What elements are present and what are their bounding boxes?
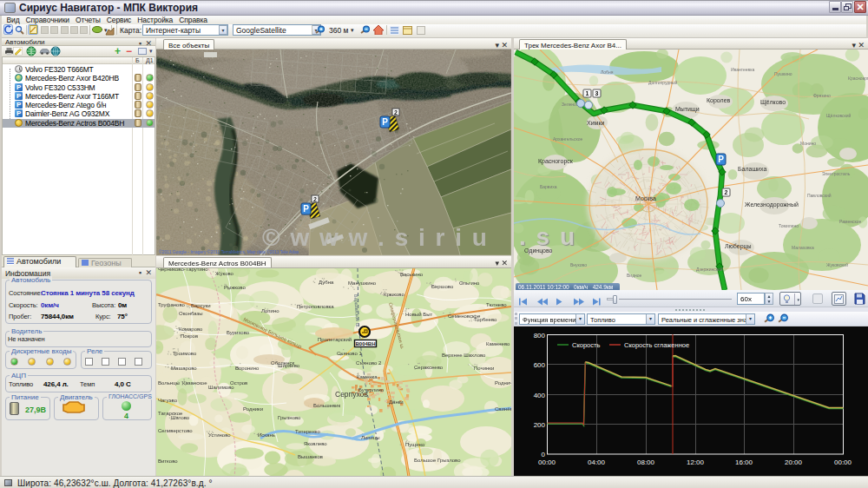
svg-text:Видное: Видное — [627, 273, 642, 278]
svg-text:Пущино: Пущино — [405, 442, 425, 447]
svg-text:Бурихово: Бурихово — [227, 330, 250, 335]
svg-text:Черниково-Тарутино: Черниково-Тарутино — [158, 268, 208, 272]
svg-text:00:00: 00:00 — [538, 458, 556, 466]
svg-text:Пролетарский: Пролетарский — [318, 337, 352, 342]
svg-text:Внуково: Внуково — [570, 262, 587, 267]
svg-text:2: 2 — [725, 189, 728, 195]
svg-text:Починки: Починки — [474, 366, 494, 371]
svg-text:Тютнево: Тютнево — [486, 302, 507, 307]
svg-text:Устиново: Устиново — [208, 432, 231, 438]
svg-text:Жуковский: Жуковский — [826, 262, 848, 267]
svg-text:Барвиха: Барвиха — [540, 184, 557, 189]
svg-text:Рыжково: Рыжково — [224, 285, 246, 290]
svg-text:Свинёво: Свинёво — [495, 406, 511, 412]
svg-text:Липицы: Липицы — [361, 435, 380, 440]
svg-text:Фрязино: Фрязино — [813, 93, 831, 98]
svg-text:Томилино: Томилино — [779, 223, 799, 228]
svg-text:2: 2 — [313, 196, 317, 202]
svg-text:В004ВН: В004ВН — [355, 341, 375, 346]
svg-text:20:00: 20:00 — [785, 458, 803, 466]
svg-text:1: 1 — [586, 90, 589, 96]
svg-text:Ширяево: Ширяево — [278, 363, 300, 368]
svg-text:Балашиха: Балашиха — [738, 166, 766, 172]
svg-text:Пушкино: Пушкино — [774, 71, 792, 76]
svg-text:Вышанков: Вышанков — [298, 454, 323, 459]
svg-text:0: 0 — [542, 451, 546, 458]
svg-text:3: 3 — [595, 90, 599, 96]
svg-text:Витково: Витково — [158, 458, 178, 464]
svg-text:Машарово: Машарово — [171, 366, 197, 371]
svg-text:Родники: Родники — [243, 406, 263, 412]
svg-text:Малаховка: Малаховка — [792, 245, 814, 250]
svg-text:Труфаново: Труфаново — [158, 302, 186, 307]
svg-text:Титеренко: Титеренко — [295, 429, 320, 434]
svg-text:Селиверстово: Селиверстово — [158, 428, 193, 433]
svg-text:2: 2 — [394, 109, 398, 115]
svg-text:Мытищи: Мытищи — [675, 106, 700, 113]
svg-text:Крюково: Крюково — [384, 292, 404, 297]
svg-text:Скорость сглаженное: Скорость сглаженное — [624, 341, 689, 349]
svg-text:Большое Грызлово: Большое Грызлово — [414, 458, 461, 463]
svg-text:600: 600 — [534, 361, 546, 369]
svg-text:Яковлево: Яковлево — [304, 441, 327, 446]
svg-text:Москва: Москва — [635, 195, 656, 201]
svg-text:Лобня: Лобня — [601, 69, 614, 75]
svg-text:Щёлковский: Щёлковский — [826, 113, 851, 118]
svg-text:Комарово: Комарово — [179, 326, 203, 332]
svg-text:Съяново 2: Съяново 2 — [356, 360, 382, 366]
svg-text:Монино: Монино — [800, 141, 816, 146]
svg-text:Электросталь: Электросталь — [822, 171, 851, 176]
svg-text:Щёлково: Щёлково — [760, 99, 786, 106]
svg-text:Петроповловка: Петроповловка — [297, 304, 334, 309]
svg-text:Вольнцы: Вольнцы — [158, 380, 180, 386]
svg-text:Люберцы: Люберцы — [725, 243, 752, 250]
svg-text:Каменево: Каменево — [486, 341, 510, 346]
svg-text:Грызново: Грызново — [278, 415, 301, 420]
svg-text:Химки: Химки — [587, 120, 604, 126]
svg-text:200: 200 — [534, 421, 546, 429]
svg-text:P: P — [382, 117, 388, 127]
svg-text:Покров: Покров — [181, 333, 198, 339]
svg-text:Большевик: Большевик — [313, 403, 340, 408]
svg-text:Лопино: Лопино — [261, 308, 279, 313]
svg-text:Троимово: Троимово — [173, 351, 197, 356]
svg-text:Воронино: Воронино — [235, 366, 260, 371]
svg-text:Торбеево: Торбеево — [474, 317, 497, 322]
svg-text:04:00: 04:00 — [588, 458, 606, 466]
svg-text:P: P — [718, 155, 724, 164]
svg-text:400: 400 — [534, 392, 546, 399]
svg-text:08:00: 08:00 — [637, 458, 655, 466]
svg-text:800: 800 — [534, 332, 546, 340]
svg-text:Бершово: Бершово — [431, 284, 454, 289]
svg-text:Барсуки: Барсуки — [191, 303, 211, 308]
svg-text:Оконбазы: Оконбазы — [179, 311, 203, 316]
svg-text:Каменка: Каменка — [357, 374, 378, 379]
svg-text:Дубна: Дубна — [319, 280, 334, 285]
svg-text:Скорость: Скорость — [572, 341, 600, 349]
svg-text:Манушкино: Манушкино — [348, 280, 377, 286]
svg-text:Красноармейск: Красноармейск — [848, 76, 868, 81]
svg-text:Сераксеево: Сераксеево — [414, 365, 444, 370]
svg-text:Дзержинский: Дзержинский — [696, 267, 723, 272]
svg-text:Долгопрудный: Долгопрудный — [648, 80, 678, 85]
svg-text:Ольгино: Ольгино — [459, 280, 480, 286]
svg-text:Искань: Искань — [258, 432, 275, 438]
svg-text:Данки: Данки — [389, 399, 404, 405]
svg-text:Королев: Королев — [707, 97, 731, 104]
svg-text:Шалимово: Шалимово — [208, 385, 234, 390]
svg-text:Чагуэво: Чагуэво — [158, 398, 178, 403]
svg-text:Жуково: Жуково — [215, 271, 234, 276]
svg-text:Железнодорожный: Железнодорожный — [745, 201, 799, 208]
svg-text:Красногорск: Красногорск — [538, 158, 574, 165]
svg-text:Татарское: Татарское — [158, 411, 183, 416]
svg-text:00:00: 00:00 — [834, 458, 852, 466]
svg-text:Сьяново 1: Сьяново 1 — [337, 351, 362, 356]
svg-text:12:00: 12:00 — [687, 458, 705, 466]
svg-text:Серпухов: Серпухов — [335, 390, 368, 399]
svg-text:Новый Быт: Новый Быт — [405, 312, 432, 317]
svg-text:P: P — [303, 204, 309, 214]
svg-text:Павловский: Павловский — [807, 193, 832, 198]
svg-text:Казанское: Казанское — [182, 380, 207, 386]
svg-text:16:00: 16:00 — [735, 458, 753, 466]
svg-text:Верхнее Шахлово: Верхнее Шахлово — [442, 353, 486, 358]
